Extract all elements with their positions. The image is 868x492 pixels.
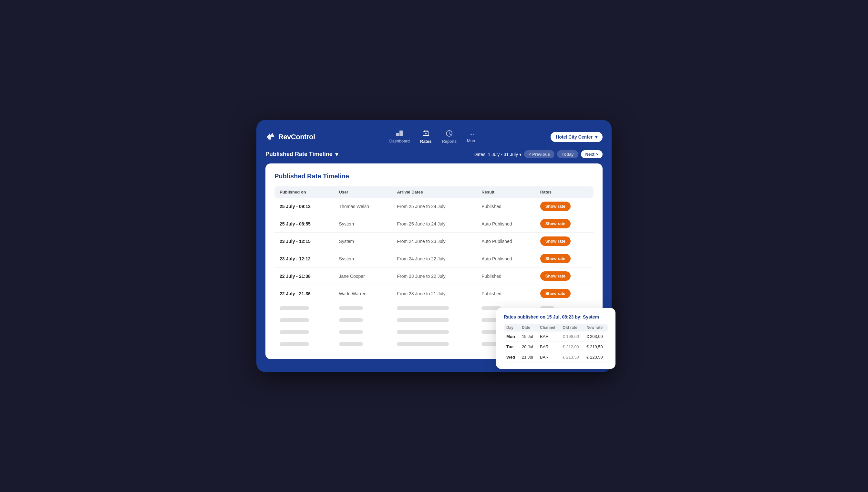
skeleton-bar [280, 306, 309, 310]
popup-cell-channel: BAR [537, 342, 560, 352]
popup-table: Day Date Channel Old rate New rate Mon19… [504, 324, 608, 363]
cell-rates: Show rate [535, 198, 593, 215]
dashboard-icon [396, 130, 403, 137]
nav-reports[interactable]: Reports [442, 130, 457, 144]
hotel-chevron-icon: ▾ [595, 134, 597, 140]
today-button[interactable]: Today [557, 150, 578, 158]
page-title-dropdown[interactable]: Published Rate Timeline ▾ [265, 151, 338, 158]
cell-arrival: From 25 June to 24 July [392, 215, 476, 232]
skeleton-bar [280, 318, 309, 322]
card-title: Published Rate Timeline [275, 173, 593, 180]
show-rate-button[interactable]: Show rate [540, 289, 570, 298]
popup-card: Rates published on 15 Jul, 08:23 by: Sys… [496, 308, 615, 369]
cell-user: System [334, 215, 392, 232]
nav-rates[interactable]: Rates [420, 130, 431, 144]
cell-user: Thomas Welsh [334, 198, 392, 215]
table-row: 25 July - 08:55SystemFrom 25 June to 24 … [275, 215, 593, 232]
cell-arrival: From 25 June to 24 July [392, 198, 476, 215]
popup-col-day: Day [504, 324, 519, 331]
popup-cell-day: Tue [504, 342, 519, 352]
skeleton-bar [397, 330, 449, 334]
date-range-chevron-icon: ▾ [519, 152, 521, 157]
popup-row: Tue20 JulBAR€ 212,00€ 219,50 [504, 342, 608, 352]
skeleton-cell [334, 338, 392, 350]
header: RevControl Dashboard [265, 130, 603, 144]
show-rate-button[interactable]: Show rate [540, 202, 570, 211]
cell-result: Published [476, 268, 535, 285]
nav-more[interactable]: ··· More [467, 131, 477, 143]
cell-published-on: 22 July - 21:38 [275, 268, 334, 285]
popup-cell-date: 19 Jul [519, 331, 537, 342]
skeleton-bar [397, 318, 449, 322]
cell-rates: Show rate [535, 215, 593, 232]
skeleton-bar [397, 342, 449, 346]
cell-published-on: 25 July - 09:12 [275, 198, 334, 215]
skeleton-cell [334, 314, 392, 326]
cell-result: Auto Published [476, 232, 535, 250]
popup-col-date: Date [519, 324, 537, 331]
skeleton-cell [275, 338, 334, 350]
rates-icon [423, 130, 429, 138]
table-row: 22 July - 21:38Jane CooperFrom 23 June t… [275, 268, 593, 285]
table-row: 23 July - 12:12SystemFrom 24 June to 22 … [275, 250, 593, 268]
show-rate-button[interactable]: Show rate [540, 219, 570, 228]
popup-col-channel: Channel [537, 324, 560, 331]
popup-cell-new-rate: € 203,00 [584, 331, 608, 342]
nav-more-label: More [467, 138, 477, 143]
more-icon: ··· [469, 131, 474, 137]
popup-cell-day: Mon [504, 331, 519, 342]
col-rates: Rates [535, 187, 593, 198]
popup-cell-old-rate: € 212,00 [560, 342, 584, 352]
skeleton-bar [280, 330, 309, 334]
main-nav: Dashboard Rates [389, 130, 476, 144]
nav-dashboard-label: Dashboard [389, 139, 410, 143]
cell-result: Auto Published [476, 250, 535, 268]
skeleton-cell [275, 314, 334, 326]
popup-body: Mon19 JulBAR€ 196,00€ 203,00Tue20 JulBAR… [504, 331, 608, 363]
date-range-label: Dates: 1 July - 31 July [474, 152, 518, 157]
subheader: Published Rate Timeline ▾ Dates: 1 July … [265, 150, 603, 158]
cell-result: Auto Published [476, 215, 535, 232]
popup-row: Wed21 JulBAR€ 213,50€ 223,50 [504, 352, 608, 363]
show-rate-button[interactable]: Show rate [540, 271, 570, 281]
popup-cell-old-rate: € 196,00 [560, 331, 584, 342]
cell-published-on: 22 July - 21:36 [275, 285, 334, 302]
hotel-selector[interactable]: Hotel City Center ▾ [551, 132, 603, 142]
cell-result: Published [476, 285, 535, 302]
nav-reports-label: Reports [442, 139, 457, 144]
date-navigation: Dates: 1 July - 31 July ▾ < Previous Tod… [474, 150, 603, 158]
cell-published-on: 25 July - 08:55 [275, 215, 334, 232]
svg-rect-1 [396, 133, 399, 136]
show-rate-button[interactable]: Show rate [540, 237, 570, 246]
page-title: Published Rate Timeline [265, 151, 333, 158]
skeleton-bar [339, 330, 363, 334]
logo-text: RevControl [278, 133, 315, 141]
main-card: Published Rate Timeline Published on Use… [265, 164, 603, 359]
table-header: Published on User Arrival Dates Result R… [275, 187, 593, 198]
logo-icon [265, 132, 276, 142]
skeleton-cell [334, 326, 392, 338]
col-user: User [334, 187, 392, 198]
cell-user: Wade Warren [334, 285, 392, 302]
svg-point-4 [425, 133, 427, 134]
popup-cell-date: 21 Jul [519, 352, 537, 363]
date-range-selector[interactable]: Dates: 1 July - 31 July ▾ [474, 152, 521, 157]
nav-rates-label: Rates [420, 139, 431, 144]
skeleton-cell [334, 302, 392, 314]
popup-cell-new-rate: € 219,50 [584, 342, 608, 352]
cell-user: System [334, 250, 392, 268]
cell-result: Published [476, 198, 535, 215]
skeleton-cell [392, 302, 476, 314]
skeleton-cell [275, 326, 334, 338]
nav-dashboard[interactable]: Dashboard [389, 130, 410, 143]
col-published-on: Published on [275, 187, 334, 198]
cell-arrival: From 23 June to 22 July [392, 268, 476, 285]
col-arrival-dates: Arrival Dates [392, 187, 476, 198]
table-row: 23 July - 12:15SystemFrom 24 June to 23 … [275, 232, 593, 250]
skeleton-bar [339, 306, 363, 310]
next-button[interactable]: Next > [581, 150, 603, 158]
cell-user: Jane Cooper [334, 268, 392, 285]
popup-row: Mon19 JulBAR€ 196,00€ 203,00 [504, 331, 608, 342]
prev-button[interactable]: < Previous [524, 150, 555, 158]
show-rate-button[interactable]: Show rate [540, 254, 570, 263]
